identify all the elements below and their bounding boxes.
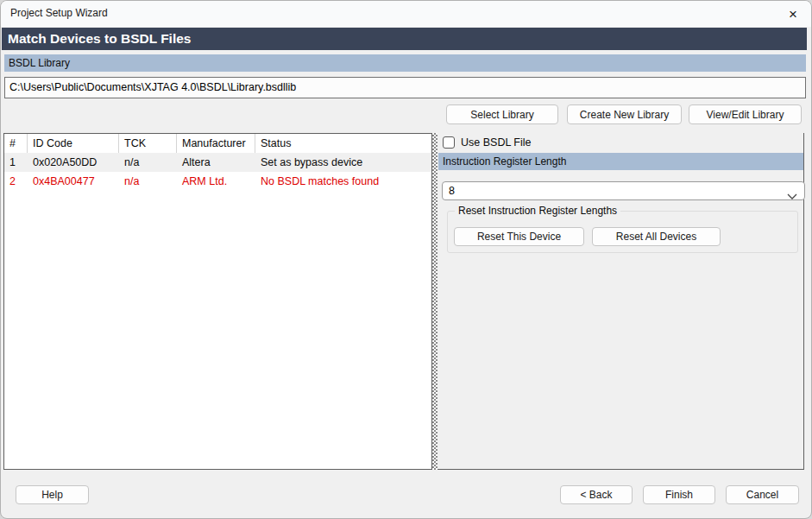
create-new-library-button[interactable]: Create New Library xyxy=(567,104,682,124)
table-cell-status: No BSDL matches found xyxy=(255,172,431,191)
table-cell-status: Set as bypass device xyxy=(255,153,431,172)
project-setup-wizard-dialog: Project Setup Wizard × Match Devices to … xyxy=(0,0,812,519)
device-detail-panel: Use BSDL File Instruction Register Lengt… xyxy=(437,133,804,470)
close-icon[interactable]: × xyxy=(783,4,803,23)
table-row[interactable]: 10x020A50DDn/aAlteraSet as bypass device xyxy=(4,153,431,172)
reset-ir-lengths-group-label: Reset Instruction Register Lengths xyxy=(455,205,620,217)
table-row[interactable]: 20x4BA00477n/aARM Ltd.No BSDL matches fo… xyxy=(4,172,431,191)
ir-length-dropdown[interactable]: 8 xyxy=(442,181,805,200)
column-header-num[interactable]: # xyxy=(4,134,28,153)
bsdl-library-section-header: BSDL Library xyxy=(4,54,806,72)
reset-ir-lengths-group: Reset Instruction Register Lengths Reset… xyxy=(447,211,798,253)
view-edit-library-button[interactable]: View/Edit Library xyxy=(689,104,802,124)
table-cell-manufacturer: Altera xyxy=(177,153,255,172)
instruction-register-length-header: Instruction Register Length xyxy=(438,153,803,170)
help-button[interactable]: Help xyxy=(16,485,89,504)
column-header-status[interactable]: Status xyxy=(255,134,431,153)
cancel-button[interactable]: Cancel xyxy=(726,485,799,504)
column-header-manufacturer[interactable]: Manufacturer xyxy=(177,134,255,153)
device-table: # ID Code TCK Manufacturer Status 10x020… xyxy=(3,133,432,470)
reset-all-devices-button[interactable]: Reset All Devices xyxy=(592,227,721,246)
finish-button[interactable]: Finish xyxy=(643,485,715,504)
table-cell-num: 2 xyxy=(4,172,28,191)
column-header-id-code[interactable]: ID Code xyxy=(28,134,119,153)
use-bsdl-file-label: Use BSDL File xyxy=(461,136,532,149)
table-cell-tck: n/a xyxy=(119,153,177,172)
checkbox-unchecked-icon xyxy=(443,136,455,149)
window-title: Project Setup Wizard xyxy=(10,7,108,19)
device-table-body: 10x020A50DDn/aAlteraSet as bypass device… xyxy=(4,153,431,191)
reset-this-device-button[interactable]: Reset This Device xyxy=(454,227,584,246)
device-table-header: # ID Code TCK Manufacturer Status xyxy=(4,134,431,153)
page-title: Match Devices to BSDL Files xyxy=(2,28,807,50)
library-path-field[interactable]: C:\Users\Public\Documents\XJTAG 4.0\BSDL… xyxy=(4,77,806,98)
table-cell-tck: n/a xyxy=(119,172,177,191)
table-cell-id_code: 0x4BA00477 xyxy=(28,172,119,191)
column-header-tck[interactable]: TCK xyxy=(119,134,177,153)
use-bsdl-file-checkbox[interactable]: Use BSDL File xyxy=(443,136,532,149)
chevron-down-icon xyxy=(787,188,797,206)
table-cell-num: 1 xyxy=(4,153,28,172)
ir-length-value: 8 xyxy=(449,185,455,197)
select-library-button[interactable]: Select Library xyxy=(446,104,558,124)
table-cell-manufacturer: ARM Ltd. xyxy=(177,172,255,191)
titlebar: Project Setup Wizard × xyxy=(1,1,811,27)
back-button[interactable]: < Back xyxy=(560,485,633,504)
table-cell-id_code: 0x020A50DD xyxy=(28,153,119,172)
